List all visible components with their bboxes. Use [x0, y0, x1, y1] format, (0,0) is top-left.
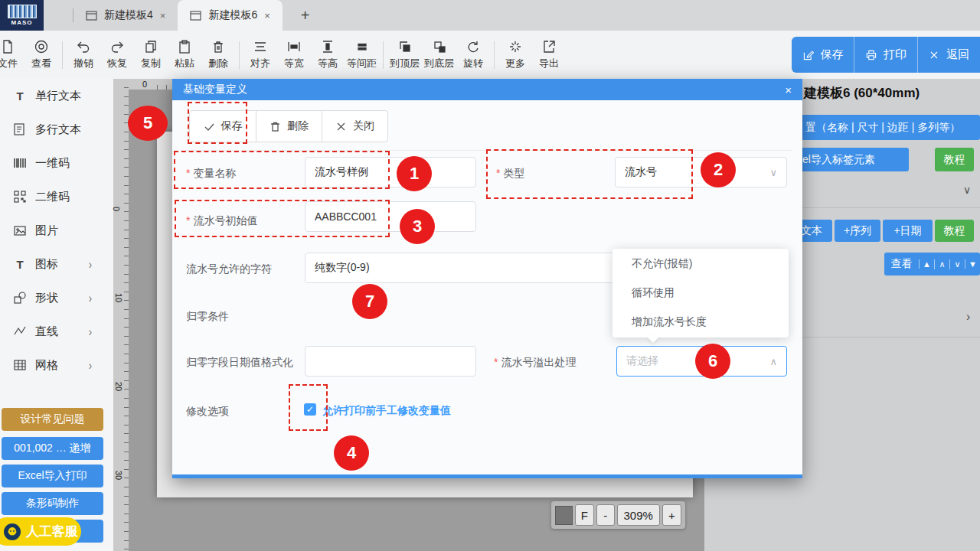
- chevron-right-icon: ›: [89, 290, 92, 305]
- action-label: 打印: [884, 47, 906, 62]
- template-icon: [190, 11, 201, 21]
- copy-button[interactable]: 复制: [134, 39, 168, 70]
- annotation-circle-7: 7: [352, 284, 387, 319]
- trash-icon: [270, 121, 281, 132]
- file-button[interactable]: 文件: [0, 39, 24, 70]
- design-faq-button[interactable]: 设计常见问题: [2, 408, 103, 431]
- modal-close-button[interactable]: 关闭: [322, 111, 387, 142]
- paste-button[interactable]: 粘贴: [168, 39, 201, 70]
- customer-service-button[interactable]: 人工客服: [0, 517, 81, 546]
- tab-template-6[interactable]: 新建模板6 ×: [178, 0, 282, 31]
- qrcode-icon: [13, 190, 27, 204]
- rotate-button[interactable]: 旋转: [456, 39, 490, 70]
- save-template-button[interactable]: 保存: [792, 37, 854, 73]
- barcode-make-button[interactable]: 条形码制作: [2, 492, 103, 515]
- excel-import-print-button[interactable]: Excel导入打印: [2, 465, 103, 487]
- delete-button[interactable]: 删除: [201, 39, 235, 70]
- increment-guide-button[interactable]: 001,002 … 递增: [2, 437, 103, 460]
- tab-template-4[interactable]: 新建模板4 ×: [74, 0, 178, 31]
- move-down-icon[interactable]: ∨: [949, 259, 965, 269]
- tool-grid[interactable]: 网格 ›: [0, 348, 113, 382]
- zoom-out-button[interactable]: -: [596, 504, 615, 526]
- equal-spacing-icon: [354, 39, 370, 54]
- tutorial-button[interactable]: 教程: [935, 148, 974, 171]
- icon-tool-icon: T: [13, 257, 27, 271]
- move-up-icon[interactable]: ∧: [934, 259, 949, 269]
- multi-line-text-icon: [13, 122, 27, 136]
- grid-icon: [13, 358, 27, 372]
- image-icon: [13, 223, 27, 237]
- annotation-box-initial-field: [175, 200, 390, 237]
- modal-header: 基础变量定义 ×: [172, 79, 802, 100]
- annotation-circle-4: 4: [334, 435, 369, 471]
- header-action-bar: 保存 打印 返回: [792, 37, 980, 73]
- button-label: 关闭: [353, 119, 374, 133]
- zoom-in-button[interactable]: +: [662, 504, 681, 526]
- chevron-right-icon[interactable]: ›: [966, 310, 970, 324]
- toolbar-label: 到底层: [424, 57, 454, 70]
- chevron-right-icon: ›: [89, 357, 92, 373]
- equal-width-button[interactable]: 等宽: [277, 39, 311, 70]
- field-label-allowed-chars: 流水号允许的字符: [186, 262, 272, 276]
- more-button[interactable]: 更多: [498, 39, 532, 70]
- dropdown-option-increase-length[interactable]: 增加流水号长度: [612, 307, 789, 336]
- tool-qrcode[interactable]: 二维码: [0, 180, 113, 214]
- ruler-ticks: [124, 87, 129, 551]
- equal-height-button[interactable]: 等高: [311, 39, 345, 70]
- export-button[interactable]: 导出: [532, 39, 566, 70]
- support-label: 人工客服: [26, 523, 78, 540]
- modal-footer-bar: [172, 474, 802, 478]
- tool-image[interactable]: 图片: [0, 214, 113, 247]
- tool-lines[interactable]: 直线 ›: [0, 315, 113, 348]
- print-button[interactable]: 打印: [854, 37, 916, 73]
- tab-close-icon[interactable]: ×: [160, 10, 166, 21]
- equal-spacing-button[interactable]: 等间距: [345, 39, 379, 70]
- app-window: MASO 新建模板4 × 新建模板6 × + 文件 查看 撤销: [0, 0, 980, 551]
- required-asterisk: *: [494, 356, 498, 368]
- annotation-circle-3: 3: [400, 209, 435, 244]
- vertical-ruler: 0 10 20 30 40: [113, 79, 129, 551]
- close-icon: [335, 121, 347, 132]
- reset-date-format-input[interactable]: [305, 346, 476, 377]
- tool-label: 网格: [35, 358, 58, 373]
- add-date-button[interactable]: +日期: [883, 220, 933, 242]
- tool-icons[interactable]: T 图标 ›: [0, 247, 113, 281]
- tab-label: 新建模板4: [104, 8, 153, 22]
- back-button[interactable]: 返回: [917, 37, 980, 73]
- chevron-down-icon[interactable]: ∨: [963, 184, 971, 196]
- modal-close-icon[interactable]: ×: [785, 83, 792, 96]
- dropdown-option-no-allow[interactable]: 不允许(报错): [612, 249, 789, 278]
- tool-shapes[interactable]: 形状 ›: [0, 281, 113, 315]
- color-swatch[interactable]: [555, 506, 573, 525]
- tab-close-icon[interactable]: ×: [264, 10, 270, 21]
- align-button[interactable]: 对齐: [243, 39, 277, 70]
- modal-delete-button[interactable]: 删除: [256, 111, 322, 142]
- dropdown-option-cycle[interactable]: 循环使用: [612, 278, 789, 307]
- field-label-modify-options: 修改选项: [186, 405, 229, 419]
- add-sequence-button[interactable]: +序列: [835, 220, 880, 242]
- select-placeholder: 请选择: [626, 354, 658, 368]
- to-front-button[interactable]: 到顶层: [387, 39, 422, 70]
- export-icon: [541, 39, 557, 54]
- redo-button[interactable]: 恢复: [100, 39, 134, 70]
- undo-icon: [76, 39, 91, 54]
- toolbar-label: 恢复: [107, 57, 127, 70]
- tool-single-line-text[interactable]: T 单行文本: [0, 79, 113, 112]
- new-tab-button[interactable]: +: [301, 7, 310, 24]
- action-label: 返回: [946, 47, 969, 62]
- move-bottom-icon[interactable]: ▼: [965, 259, 980, 269]
- undo-button[interactable]: 撤销: [67, 39, 100, 70]
- view-button[interactable]: 查看: [24, 39, 58, 70]
- to-back-button[interactable]: 到底层: [422, 39, 456, 70]
- zoom-fit-button[interactable]: F: [575, 504, 594, 526]
- tool-barcode[interactable]: 一维码: [0, 146, 113, 180]
- tab-bar: MASO 新建模板4 × 新建模板6 × +: [0, 0, 980, 31]
- move-top-icon[interactable]: ▲: [919, 259, 934, 269]
- panel-template-title: 建模板6 (60*40mm): [804, 84, 920, 102]
- tool-multi-line-text[interactable]: 多行文本: [0, 112, 113, 146]
- tutorial-button-2[interactable]: 教程: [935, 220, 974, 242]
- more-icon: [508, 39, 523, 54]
- checkbox-label[interactable]: 允许打印前手工修改变量值: [322, 404, 451, 418]
- annotation-box-checkbox: [289, 384, 328, 431]
- view-element-button[interactable]: 查看: [884, 257, 919, 271]
